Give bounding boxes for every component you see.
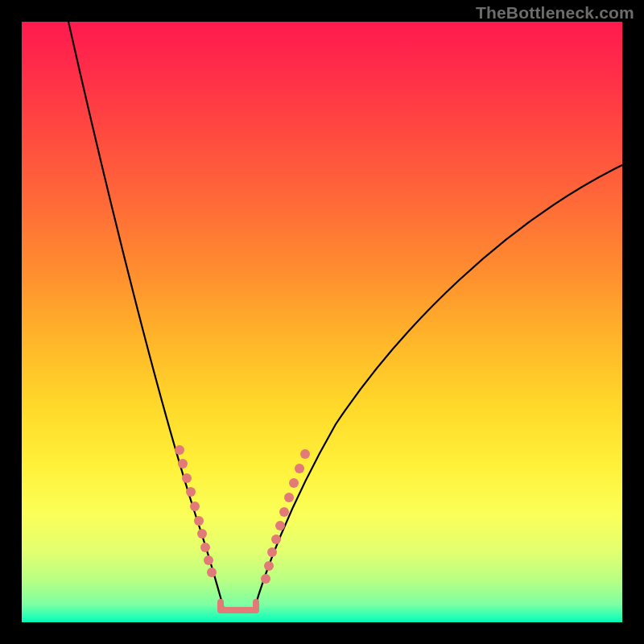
right-branch-path [254, 165, 622, 612]
data-dot [200, 543, 210, 552]
data-dot [190, 502, 200, 511]
chart-svg [22, 22, 622, 622]
data-dot [279, 507, 289, 517]
data-dot [204, 555, 213, 565]
data-dot [271, 535, 281, 544]
data-dot [182, 473, 192, 483]
left-dot-cluster [175, 445, 217, 577]
data-dot [289, 478, 299, 488]
data-dot [186, 487, 196, 497]
data-dot [300, 449, 310, 459]
data-dot [267, 547, 277, 557]
v-curve [68, 22, 622, 612]
data-dot [194, 516, 204, 526]
data-dot [197, 529, 207, 539]
watermark-text: TheBottleneck.com [476, 3, 634, 23]
data-dot [207, 568, 217, 577]
valley-bracket [221, 602, 256, 610]
data-dot [178, 459, 188, 469]
data-dot [264, 561, 274, 571]
data-dot [284, 493, 294, 502]
data-dot [261, 574, 270, 584]
right-dot-cluster [261, 449, 310, 584]
data-dot [275, 521, 285, 530]
data-dot [295, 464, 304, 473]
data-dot [175, 445, 184, 455]
